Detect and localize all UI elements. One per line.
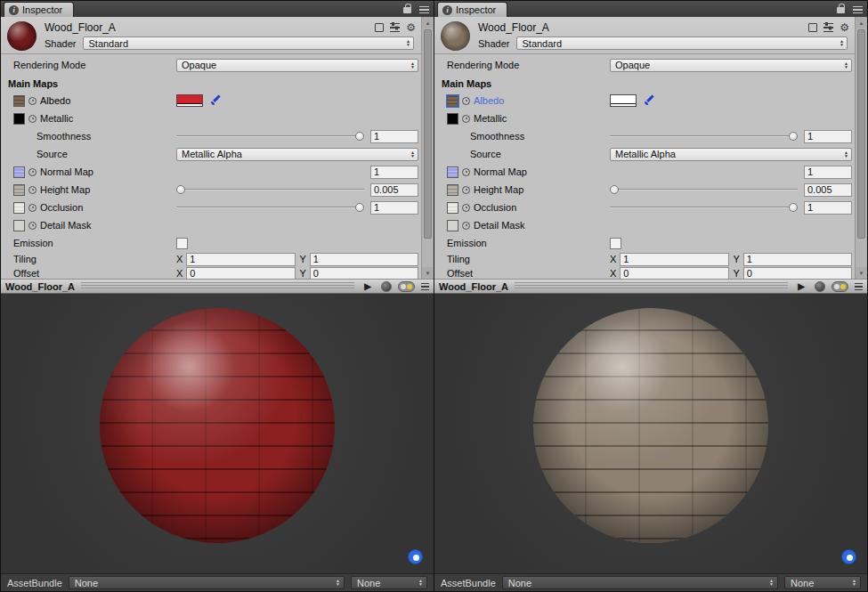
object-picker-icon[interactable] [462, 186, 470, 194]
object-picker-icon[interactable] [28, 168, 37, 176]
object-picker-icon[interactable] [28, 115, 37, 123]
tiling-x-field[interactable]: 1 [186, 253, 295, 266]
material-preview[interactable] [1, 294, 434, 573]
scroll-up-icon[interactable] [856, 17, 867, 28]
slider-handle[interactable] [355, 203, 364, 212]
gear-icon[interactable] [840, 22, 849, 33]
offset-y-field[interactable]: 0 [743, 267, 852, 280]
slider-handle[interactable] [789, 203, 798, 212]
emission-checkbox[interactable] [610, 238, 621, 249]
offset-x-field[interactable]: 0 [620, 267, 728, 280]
slider-handle[interactable] [176, 185, 185, 194]
object-picker-icon[interactable] [28, 204, 37, 212]
preview-menu-icon[interactable] [855, 283, 863, 290]
tiling-y-field[interactable]: 1 [310, 253, 418, 266]
play-button[interactable] [794, 280, 808, 292]
assetbundle-variant-dropdown[interactable]: None [351, 576, 427, 589]
tab-inspector[interactable]: Inspector [437, 2, 507, 17]
normal-map-value-field[interactable]: 1 [804, 166, 852, 179]
collab-badge-icon[interactable] [408, 549, 423, 564]
lock-icon[interactable] [403, 7, 411, 13]
albedo-texture-thumbnail[interactable] [447, 95, 458, 107]
height-map-texture-thumbnail[interactable] [447, 184, 458, 196]
object-picker-icon[interactable] [28, 222, 37, 230]
smoothness-slider[interactable] [610, 130, 798, 142]
object-picker-icon[interactable] [462, 97, 470, 105]
occlusion-texture-thumbnail[interactable] [447, 202, 458, 214]
inspector-scrollbar[interactable] [855, 17, 867, 279]
inspector-scrollbar[interactable] [421, 17, 434, 279]
albedo-texture-thumbnail[interactable] [13, 95, 25, 107]
object-picker-icon[interactable] [462, 168, 470, 176]
offset-y-field[interactable]: 0 [310, 267, 418, 280]
height-map-value-field[interactable]: 0.005 [804, 183, 852, 197]
rendering-mode-dropdown[interactable]: Opaque [610, 59, 852, 72]
occlusion-value-field[interactable]: 1 [804, 201, 852, 215]
gear-icon[interactable] [406, 22, 416, 33]
tiling-x-field[interactable]: 1 [620, 253, 728, 266]
rendering-mode-dropdown[interactable]: Opaque [176, 59, 418, 72]
assetbundle-variant-dropdown[interactable]: None [784, 576, 861, 589]
eyedropper-icon[interactable] [643, 94, 654, 107]
material-thumbnail[interactable] [441, 21, 470, 51]
lock-icon[interactable] [837, 7, 845, 13]
height-map-slider[interactable] [610, 183, 798, 196]
occlusion-slider[interactable] [176, 201, 364, 214]
assetbundle-dropdown[interactable]: None [69, 576, 345, 589]
object-picker-icon[interactable] [462, 115, 470, 123]
assetbundle-dropdown[interactable]: None [502, 576, 778, 589]
edit-icon[interactable] [375, 23, 384, 32]
preview-sphere-toggle-button[interactable] [381, 281, 392, 292]
normal-map-texture-thumbnail[interactable] [13, 166, 25, 178]
detail-mask-texture-thumbnail[interactable] [447, 220, 458, 231]
eyedropper-icon[interactable] [209, 94, 221, 107]
slider-handle[interactable] [610, 185, 619, 194]
tiling-y-field[interactable]: 1 [743, 253, 852, 266]
height-map-value-field[interactable]: 0.005 [370, 183, 418, 197]
smoothness-value-field[interactable]: 1 [804, 130, 852, 143]
material-thumbnail[interactable] [7, 21, 37, 51]
occlusion-value-field[interactable]: 1 [370, 201, 418, 215]
preview-header[interactable]: Wood_Floor_A [434, 279, 867, 294]
occlusion-slider[interactable] [610, 201, 798, 214]
preview-header[interactable]: Wood_Floor_A [1, 279, 434, 294]
preview-menu-icon[interactable] [421, 283, 429, 290]
height-map-slider[interactable] [176, 183, 364, 196]
scroll-up-icon[interactable] [422, 17, 434, 28]
occlusion-texture-thumbnail[interactable] [13, 202, 25, 214]
emission-checkbox[interactable] [176, 238, 188, 249]
object-picker-icon[interactable] [28, 186, 37, 194]
normal-map-value-field[interactable]: 1 [370, 166, 418, 179]
preview-sphere-toggle-button[interactable] [815, 281, 825, 292]
shader-dropdown[interactable]: Standard [516, 36, 848, 50]
pane-menu-icon[interactable] [419, 6, 429, 13]
offset-x-field[interactable]: 0 [186, 267, 295, 280]
detail-mask-texture-thumbnail[interactable] [13, 220, 25, 231]
scrollbar-thumb[interactable] [857, 29, 865, 239]
pane-menu-icon[interactable] [853, 6, 863, 13]
metallic-texture-thumbnail[interactable] [13, 113, 25, 125]
scroll-down-icon[interactable] [422, 267, 434, 279]
edit-icon[interactable] [808, 23, 817, 32]
height-map-texture-thumbnail[interactable] [13, 184, 25, 196]
slider-handle[interactable] [355, 132, 364, 141]
material-preview[interactable] [434, 294, 867, 573]
object-picker-icon[interactable] [462, 204, 470, 212]
presets-icon[interactable] [823, 23, 833, 32]
tab-inspector[interactable]: Inspector [4, 2, 74, 17]
object-picker-icon[interactable] [28, 97, 37, 105]
smoothness-value-field[interactable]: 1 [370, 130, 418, 143]
presets-icon[interactable] [390, 23, 400, 32]
collab-badge-icon[interactable] [841, 549, 856, 564]
albedo-color-swatch[interactable] [610, 94, 637, 107]
source-dropdown[interactable]: Metallic Alpha [176, 148, 418, 161]
preview-lighting-toggle-button[interactable] [398, 281, 415, 292]
slider-handle[interactable] [789, 132, 798, 141]
scroll-down-icon[interactable] [856, 267, 867, 279]
play-button[interactable] [361, 280, 375, 292]
albedo-color-swatch[interactable] [176, 94, 203, 107]
object-picker-icon[interactable] [462, 222, 470, 230]
preview-lighting-toggle-button[interactable] [831, 281, 848, 292]
smoothness-slider[interactable] [176, 130, 364, 142]
shader-dropdown[interactable]: Standard [83, 36, 414, 50]
